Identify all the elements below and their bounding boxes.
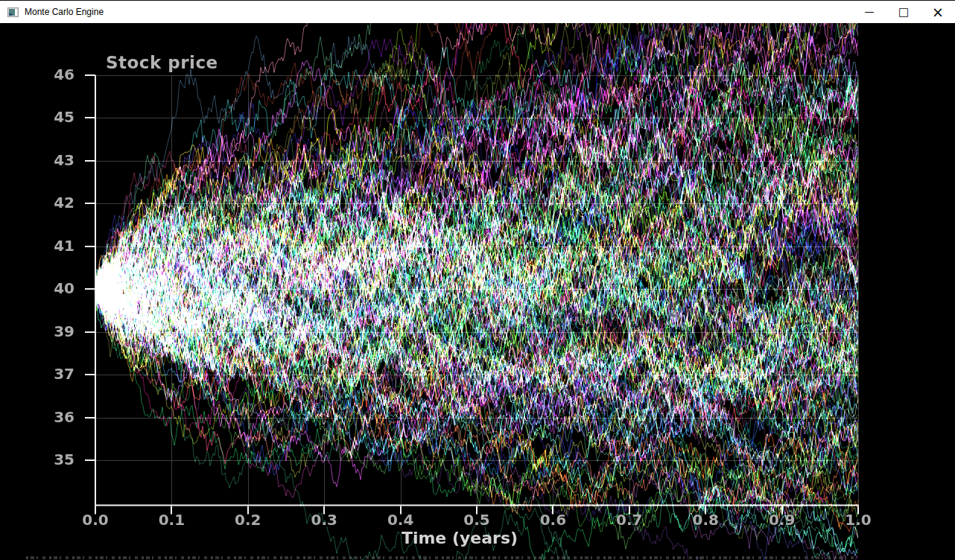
- x-tick-label: 0.5: [451, 511, 503, 529]
- x-tick-label: 0.2: [222, 511, 274, 529]
- close-button[interactable]: ×: [921, 1, 955, 23]
- y-tick-label: 39: [22, 322, 74, 340]
- app-icon-detail: [15, 9, 17, 16]
- clipped-text-row: [26, 556, 857, 559]
- window-title: Monte Carlo Engine: [25, 1, 104, 23]
- y-tick-label: 35: [22, 451, 74, 468]
- y-tick-label: 41: [22, 237, 74, 255]
- y-tick-label: 46: [22, 66, 74, 83]
- window-controls: — □ ×: [852, 1, 955, 23]
- close-icon: ×: [932, 6, 944, 18]
- chart-title: Stock price: [106, 53, 218, 72]
- minimize-icon: —: [865, 8, 875, 16]
- x-tick-label: 0.8: [679, 511, 732, 529]
- app-window: Monte Carlo Engine — □ × Stock price Tim…: [0, 0, 955, 560]
- x-tick-label: 0.6: [527, 511, 579, 529]
- x-tick-label: 0.4: [375, 511, 427, 529]
- chart-area: Stock price Time (years) 464543424140393…: [0, 23, 955, 560]
- x-tick-label: 0.3: [298, 511, 350, 529]
- y-tick-label: 43: [22, 151, 74, 169]
- app-icon-detail: [9, 13, 12, 16]
- x-tick-label: 1.0: [832, 511, 884, 529]
- x-tick-label: 0.0: [69, 511, 121, 529]
- maximize-icon: □: [898, 7, 909, 18]
- titlebar[interactable]: Monte Carlo Engine — □ ×: [0, 0, 955, 23]
- y-tick-label: 45: [22, 108, 74, 126]
- y-tick-label: 40: [22, 279, 74, 297]
- x-tick-label: 0.9: [756, 511, 808, 529]
- x-tick-label: 0.1: [145, 511, 197, 529]
- x-tick-label: 0.7: [603, 511, 656, 529]
- y-tick-label: 42: [22, 194, 74, 211]
- x-axis-title: Time (years): [378, 529, 542, 547]
- y-tick-label: 37: [22, 365, 74, 383]
- y-tick-label: 36: [22, 408, 74, 426]
- app-icon: [7, 7, 19, 17]
- minimize-button[interactable]: —: [852, 1, 886, 23]
- maximize-button[interactable]: □: [886, 1, 921, 23]
- monte-carlo-paths-canvas: [0, 23, 955, 560]
